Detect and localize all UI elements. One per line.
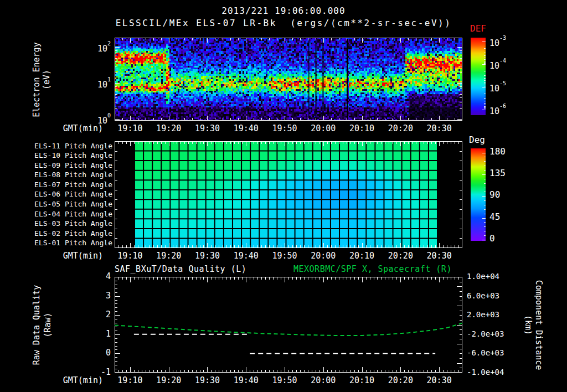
x-tick-label: 19:40 [229, 124, 262, 133]
distance-tick-label: -2.0e+03 [467, 329, 511, 338]
deg-colorbar-minor-tick [484, 231, 486, 231]
bottom-title-left: SAF_BXuT/Data Quality (L) [115, 264, 246, 274]
distance-tick-label: -1.0e+04 [467, 368, 511, 376]
x-tick-label: 19:10 [114, 251, 147, 260]
def-colorbar-minor-tick [484, 55, 486, 56]
def-colorbar-tick [482, 42, 486, 42]
x-tick-label: 19:20 [152, 251, 185, 260]
x-tick-label: 19:50 [268, 376, 301, 385]
quality-tick-label: 0 [92, 348, 111, 357]
deg-tick-label: 0 [489, 234, 517, 243]
x-tick-label: 20:30 [422, 376, 456, 385]
def-colorbar-minor-tick [484, 61, 486, 61]
deg-colorbar-tick [482, 196, 486, 197]
x-tick-label: 20:30 [422, 124, 456, 133]
deg-colorbar-minor-tick [484, 209, 486, 210]
pitch-row-label: ELS-02 Pitch Angle [22, 229, 112, 238]
header-timestamp: 2013/221 19:06:00.000 [0, 6, 567, 16]
pitch-row-label: ELS-10 Pitch Angle [22, 151, 112, 160]
quality-tick-label: 2 [92, 310, 111, 319]
pitch-row-label: ELS-06 Pitch Angle [22, 190, 112, 199]
pitch-row-label: ELS-11 Pitch Angle [22, 142, 112, 151]
def-colorbar-minor-tick [484, 101, 486, 101]
pitch-row-label: ELS-05 Pitch Angle [22, 200, 112, 209]
def-colorbar-minor-tick [484, 103, 486, 104]
x-tick-label: 20:10 [346, 124, 379, 133]
x-tick-label: 20:20 [384, 251, 417, 260]
deg-colorbar-minor-tick [484, 166, 486, 166]
deg-colorbar-minor-tick [484, 214, 486, 214]
def-colorbar-tick [482, 110, 486, 110]
x-tick-label: 19:40 [229, 251, 262, 260]
x-tick-label: 20:10 [346, 251, 379, 260]
deg-colorbar-minor-tick [484, 183, 486, 184]
def-colorbar-minor-tick [484, 48, 486, 49]
deg-colorbar-minor-tick [484, 188, 486, 188]
deg-tick-label: 45 [489, 213, 517, 221]
def-colorbar-minor-tick [484, 78, 486, 79]
quality-tick-label: 3 [92, 291, 111, 300]
deg-colorbar-minor-tick [484, 161, 486, 162]
x-tick-label: 20:20 [384, 376, 417, 385]
def-colorbar-minor-tick [484, 109, 486, 109]
x-tick-label: 19:10 [114, 376, 147, 385]
def-colorbar-minor-tick [484, 106, 486, 107]
x-tick-label: 19:20 [152, 124, 185, 133]
distance-tick-label: 1.0e+04 [467, 272, 511, 281]
pitch-row-label: ELS-08 Pitch Angle [22, 171, 112, 179]
x-tick-label: 20:20 [384, 124, 417, 133]
def-colorbar-title: DEF [470, 23, 486, 34]
deg-tick-label: 135 [489, 169, 517, 178]
bottom-left-ylabel-unit: (Raw) [43, 242, 53, 392]
x-tick-label: 19:50 [268, 124, 301, 133]
pitch-row-label: ELS-07 Pitch Angle [22, 180, 112, 189]
deg-colorbar-tick [482, 174, 486, 175]
deg-colorbar-tick [482, 153, 486, 153]
def-colorbar-minor-tick [484, 107, 486, 108]
def-colorbar-minor-tick [484, 82, 486, 82]
def-colorbar-minor-tick [484, 85, 486, 85]
x-tick-label: 20:00 [307, 376, 340, 385]
pitch-row-label: ELS-01 Pitch Angle [22, 239, 112, 247]
pitch-angle-canvas [115, 141, 462, 248]
def-colorbar [471, 38, 486, 115]
deg-colorbar-minor-tick [484, 200, 486, 201]
def-colorbar-minor-tick [484, 71, 486, 71]
def-colorbar-minor-tick [484, 86, 486, 86]
deg-colorbar-title: Deg [469, 135, 485, 145]
quality-tick-label: 4 [92, 272, 111, 281]
deg-colorbar-minor-tick [484, 170, 486, 171]
top-ylabel-energy: Electron Energy [32, 0, 42, 163]
deg-colorbar-minor-tick [484, 192, 486, 192]
x-tick-label: 20:00 [307, 251, 340, 260]
bottom-title-right: MEXORBMC/SPF X, Spacecraft (R) [293, 264, 443, 274]
bottom-right-ylabel-unit: (km) [523, 242, 533, 392]
def-colorbar-minor-tick [484, 62, 486, 63]
deg-colorbar-minor-tick [484, 235, 486, 236]
def-tick-label: 10-3 [489, 37, 523, 48]
x-tick-label: 20:30 [422, 251, 456, 260]
def-tick-label: 10-5 [489, 82, 523, 93]
deg-tick-label: 90 [489, 190, 517, 199]
gmt-axis-label: GMT(min) [54, 124, 103, 133]
energy-tick-label: 101 [83, 78, 111, 89]
deg-tick-label: 180 [489, 147, 517, 156]
deg-colorbar-tick [482, 218, 486, 219]
def-colorbar-minor-tick [484, 84, 486, 84]
x-tick-label: 19:20 [152, 376, 185, 385]
electron-spectrogram-canvas [115, 38, 462, 121]
app-root: 2013/221 19:06:00.000 ELSSCIL/MEx ELS-07… [0, 0, 567, 392]
def-tick-label: 10-4 [489, 59, 523, 70]
def-colorbar-minor-tick [484, 53, 486, 53]
def-tick-label: 10-6 [489, 105, 523, 116]
bottom-right-ylabel: Component Distance [534, 242, 544, 392]
def-colorbar-minor-tick [484, 105, 486, 105]
pitch-row-label: ELS-04 Pitch Angle [22, 210, 112, 219]
quality-tick-label: -1 [92, 368, 111, 376]
deg-colorbar-minor-tick [484, 179, 486, 179]
distance-tick-label: -6.0e+03 [467, 348, 511, 357]
def-colorbar-minor-tick [484, 94, 486, 94]
distance-tick-label: 6.0e+03 [467, 291, 511, 300]
quality-tick-label: 1 [92, 329, 111, 338]
top-ylabel-unit: (eV) [42, 0, 51, 163]
